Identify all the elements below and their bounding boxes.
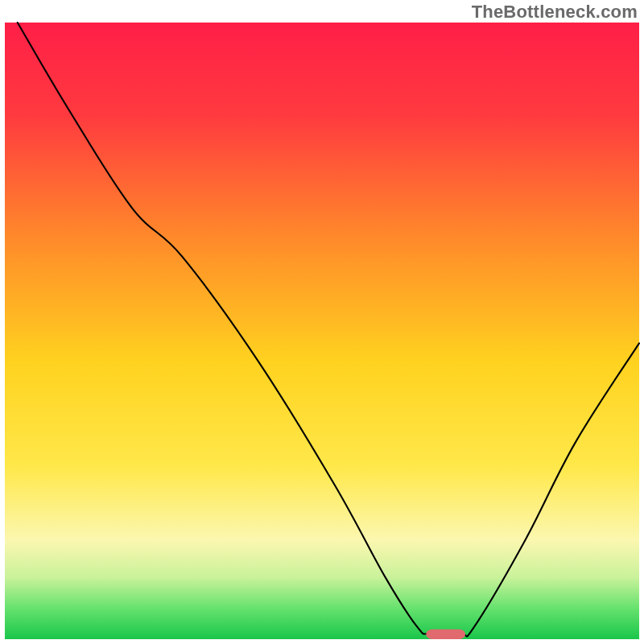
bottleneck-chart <box>0 0 644 644</box>
optimal-marker <box>426 630 465 639</box>
watermark-text: TheBottleneck.com <box>472 2 638 23</box>
chart-frame: TheBottleneck.com <box>0 0 644 644</box>
plot-background <box>5 23 639 639</box>
